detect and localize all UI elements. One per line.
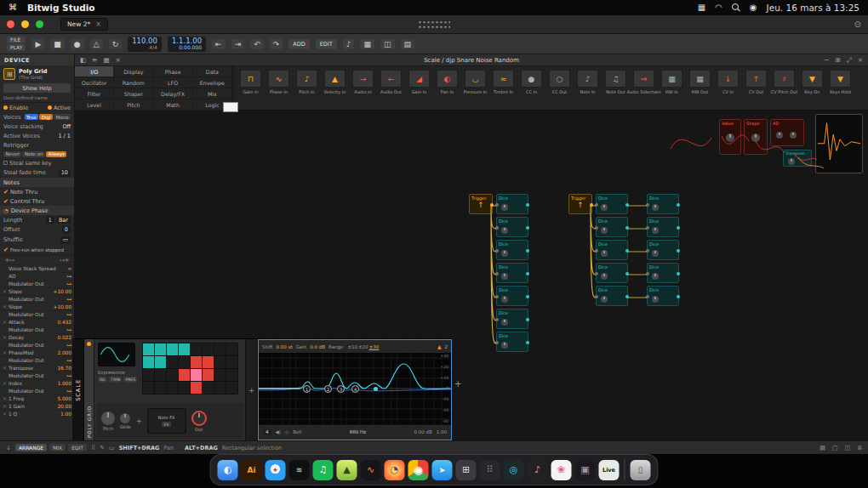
dice-module[interactable]: Dice	[596, 217, 628, 237]
eq-band-node[interactable]: 2	[324, 385, 332, 393]
palette-module[interactable]: ♪ Pitch In	[294, 70, 320, 94]
category-tab[interactable]: Oscillator	[75, 77, 114, 88]
pad[interactable]	[155, 369, 166, 381]
camera-app-icon[interactable]: ◎	[504, 460, 524, 480]
expression-button[interactable]: WL	[98, 377, 107, 383]
palette-module[interactable]: ▼ Key On	[799, 70, 825, 94]
range-option[interactable]: ±20	[358, 344, 368, 349]
pad[interactable]	[179, 343, 190, 355]
dice-knob[interactable]	[501, 227, 508, 234]
palette-module[interactable]: ⊓ Gate In	[237, 70, 264, 94]
dice-module[interactable]: Dice	[596, 263, 628, 283]
voices-option[interactable]: Mono	[54, 114, 71, 120]
modulator-row[interactable]: ✕ Attack 0.432	[0, 318, 74, 326]
dice-module[interactable]: Dice	[496, 217, 528, 237]
grid-app-icon[interactable]: ⠿	[480, 460, 500, 480]
eq-graph[interactable]: 1 2 3 4 +30+20+100-10-20-30	[259, 353, 451, 424]
expression-button[interactable]: PRES	[123, 377, 137, 383]
project-tab[interactable]: New 2* ×	[60, 18, 108, 31]
waveform-app-icon[interactable]: ∿	[361, 460, 381, 480]
palette-module[interactable]: ◢ Gain In	[406, 70, 432, 94]
dice-module[interactable]: Dice	[596, 286, 628, 306]
free-run-toggle[interactable]: ✔ Free-run when stopped	[3, 247, 64, 253]
pad[interactable]	[167, 343, 178, 355]
utility-app-icon[interactable]: ▣	[575, 460, 596, 480]
add-device-button[interactable]: +	[454, 379, 461, 389]
palette-module[interactable]: ◐ Pan In	[434, 70, 460, 94]
category-tab[interactable]: Data	[193, 66, 232, 77]
time-value[interactable]: 0:00.000	[179, 44, 202, 51]
photos-icon[interactable]: ❀	[551, 460, 572, 480]
edit-button[interactable]: EDIT	[316, 39, 337, 49]
dice-knob[interactable]	[501, 250, 508, 257]
close-tab-icon[interactable]: ×	[115, 56, 120, 64]
settings-icon[interactable]: ⊙	[854, 20, 861, 29]
dice-module[interactable]: Dice	[647, 240, 679, 260]
category-tab[interactable]: Display	[114, 66, 153, 77]
play-section-label[interactable]: PLAY	[7, 44, 26, 51]
range-option[interactable]: ±10	[347, 344, 357, 349]
category-tab[interactable]: Pitch	[114, 99, 153, 111]
steal-fade-time-value[interactable]: 10	[59, 169, 71, 177]
dice-knob[interactable]	[501, 204, 508, 211]
view-toggle[interactable]: MIX	[49, 444, 66, 451]
control-thru-toggle[interactable]: ✔ Control Thru	[3, 198, 44, 205]
dice-knob[interactable]	[501, 319, 508, 326]
dice-knob[interactable]	[601, 204, 608, 211]
pad[interactable]	[214, 343, 226, 355]
pad[interactable]	[155, 356, 166, 368]
dice-module[interactable]: Dice	[496, 309, 528, 329]
speaker-icon[interactable]: ◀)	[276, 429, 281, 434]
blue-app-icon[interactable]: ➤	[432, 460, 453, 480]
category-tab[interactable]: Delay/FX	[154, 88, 193, 99]
transpose-module[interactable]: Transpose	[783, 150, 812, 167]
pad[interactable]	[155, 382, 166, 394]
dice-module[interactable]: Dice	[496, 286, 528, 306]
eq-device[interactable]: Shift 0.00 st Gain 0.0 dB Range ±10±20±3…	[258, 339, 452, 440]
active-toggle[interactable]: Active	[48, 105, 71, 111]
pad[interactable]	[203, 369, 214, 381]
waveform-mini-display[interactable]	[98, 343, 135, 366]
dice-knob[interactable]	[601, 227, 608, 234]
time-signature[interactable]: 4/4	[149, 44, 157, 51]
tempo-value[interactable]: 110.00	[132, 37, 157, 44]
glide-knob[interactable]	[120, 413, 130, 423]
category-tab[interactable]: Filter	[75, 88, 114, 99]
pad[interactable]	[191, 382, 202, 394]
palette-module[interactable]: ♫ Note Out	[602, 70, 629, 94]
dice-module[interactable]: Dice	[647, 286, 679, 306]
voices-option[interactable]: Digi	[39, 114, 53, 120]
eq-extra-node[interactable]	[374, 387, 378, 391]
value-knob[interactable]	[726, 133, 734, 142]
pad[interactable]	[167, 369, 178, 381]
dice-module[interactable]: Dice	[596, 240, 628, 260]
modulator-row[interactable]: Modulator Out ⊶	[0, 280, 74, 287]
search-icon[interactable]	[732, 3, 740, 12]
green-app-icon[interactable]: ▲	[337, 460, 357, 480]
dice-module[interactable]: Dice	[596, 194, 628, 214]
palette-module[interactable]: ▼ Keys Hold	[827, 70, 854, 94]
punch-out-button[interactable]: ⇥	[231, 39, 245, 49]
dice-knob[interactable]	[501, 296, 508, 303]
zoom-window-button[interactable]	[36, 20, 43, 28]
category-tab[interactable]: Math	[154, 99, 193, 111]
dice-knob[interactable]	[652, 296, 659, 303]
retrigger-option[interactable]: Note on	[22, 151, 45, 157]
dice-knob[interactable]	[601, 273, 608, 280]
expression-button[interactable]: TIMB	[109, 377, 122, 383]
palette-module[interactable]: ♯ CV Pitch Out	[771, 70, 797, 94]
modulator-row[interactable]: Modulator Out ⊶	[0, 326, 74, 333]
band-type[interactable]: Bell	[293, 429, 301, 434]
menubar-app-name[interactable]: Bitwig Studio	[27, 3, 94, 13]
modulator-row[interactable]: Modulator Out ⊶	[0, 387, 74, 394]
palette-module[interactable]: ● CC In	[518, 70, 545, 94]
eq-freq-value[interactable]: 660 Hz	[350, 429, 366, 434]
category-tab[interactable]: Mix	[193, 88, 232, 99]
range-option[interactable]: ±30	[369, 344, 380, 349]
pad[interactable]	[226, 382, 237, 394]
pad[interactable]	[214, 369, 226, 381]
modulator-row[interactable]: ✕ 1 Freq 5.000	[0, 394, 74, 402]
add-button[interactable]: ADD	[288, 39, 309, 49]
pad[interactable]	[226, 343, 237, 355]
minimize-window-button[interactable]	[21, 20, 29, 28]
